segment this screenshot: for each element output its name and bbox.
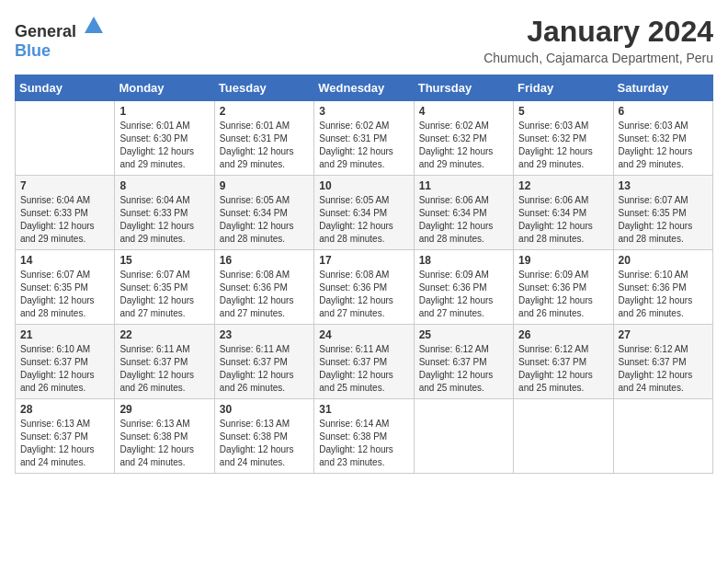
calendar-cell: 13Sunrise: 6:07 AMSunset: 6:35 PMDayligh… (613, 176, 712, 250)
calendar-cell: 9Sunrise: 6:05 AMSunset: 6:34 PMDaylight… (214, 176, 313, 250)
day-info: Sunrise: 6:01 AMSunset: 6:31 PMDaylight:… (220, 120, 309, 171)
calendar-cell: 31Sunrise: 6:14 AMSunset: 6:38 PMDayligh… (314, 399, 414, 474)
day-number: 9 (220, 179, 309, 192)
day-number: 27 (619, 328, 708, 341)
column-header-saturday: Saturday (613, 75, 712, 101)
calendar-cell: 6Sunrise: 6:03 AMSunset: 6:32 PMDaylight… (613, 101, 712, 176)
calendar-week-2: 7Sunrise: 6:04 AMSunset: 6:33 PMDaylight… (16, 176, 713, 250)
calendar-cell (16, 101, 115, 176)
day-number: 21 (20, 328, 109, 341)
day-number: 4 (419, 105, 508, 118)
calendar-cell: 15Sunrise: 6:07 AMSunset: 6:35 PMDayligh… (115, 250, 214, 325)
day-number: 16 (220, 254, 309, 267)
svg-marker-0 (85, 17, 103, 33)
day-info: Sunrise: 6:04 AMSunset: 6:33 PMDaylight:… (20, 194, 109, 246)
calendar-week-4: 21Sunrise: 6:10 AMSunset: 6:37 PMDayligh… (16, 325, 713, 399)
logo: General Blue (15, 15, 105, 61)
column-header-monday: Monday (115, 75, 214, 101)
day-info: Sunrise: 6:12 AMSunset: 6:37 PMDaylight:… (518, 343, 608, 395)
day-info: Sunrise: 6:03 AMSunset: 6:32 PMDaylight:… (619, 120, 708, 171)
day-info: Sunrise: 6:05 AMSunset: 6:34 PMDaylight:… (220, 194, 309, 246)
calendar-cell: 2Sunrise: 6:01 AMSunset: 6:31 PMDaylight… (214, 101, 313, 176)
calendar-cell: 28Sunrise: 6:13 AMSunset: 6:37 PMDayligh… (16, 399, 115, 474)
day-info: Sunrise: 6:13 AMSunset: 6:38 PMDaylight:… (220, 418, 309, 469)
calendar-cell: 29Sunrise: 6:13 AMSunset: 6:38 PMDayligh… (115, 399, 214, 474)
day-number: 31 (319, 403, 408, 416)
column-header-sunday: Sunday (16, 75, 115, 101)
calendar-cell: 10Sunrise: 6:05 AMSunset: 6:34 PMDayligh… (314, 176, 414, 250)
day-number: 5 (518, 105, 608, 118)
calendar-cell: 24Sunrise: 6:11 AMSunset: 6:37 PMDayligh… (314, 325, 414, 399)
calendar-cell: 16Sunrise: 6:08 AMSunset: 6:36 PMDayligh… (214, 250, 313, 325)
title-block: January 2024 Chumuch, Cajamarca Departme… (483, 15, 713, 65)
day-number: 8 (119, 179, 209, 192)
day-info: Sunrise: 6:13 AMSunset: 6:37 PMDaylight:… (20, 418, 109, 469)
day-number: 29 (119, 403, 209, 416)
calendar-header-row: SundayMondayTuesdayWednesdayThursdayFrid… (16, 75, 713, 101)
day-info: Sunrise: 6:08 AMSunset: 6:36 PMDaylight:… (220, 269, 309, 320)
day-number: 23 (220, 328, 309, 341)
calendar-cell (613, 399, 712, 474)
logo-text: General Blue (15, 15, 105, 61)
calendar-cell: 25Sunrise: 6:12 AMSunset: 6:37 PMDayligh… (414, 325, 513, 399)
logo-icon (83, 15, 105, 37)
day-number: 10 (319, 179, 408, 192)
calendar-cell: 12Sunrise: 6:06 AMSunset: 6:34 PMDayligh… (514, 176, 613, 250)
calendar-cell: 26Sunrise: 6:12 AMSunset: 6:37 PMDayligh… (514, 325, 613, 399)
day-info: Sunrise: 6:02 AMSunset: 6:32 PMDaylight:… (419, 120, 508, 171)
day-info: Sunrise: 6:05 AMSunset: 6:34 PMDaylight:… (319, 194, 408, 246)
calendar-week-5: 28Sunrise: 6:13 AMSunset: 6:37 PMDayligh… (16, 399, 713, 474)
day-info: Sunrise: 6:12 AMSunset: 6:37 PMDaylight:… (619, 343, 708, 395)
column-header-tuesday: Tuesday (214, 75, 313, 101)
day-info: Sunrise: 6:14 AMSunset: 6:38 PMDaylight:… (319, 418, 408, 469)
day-info: Sunrise: 6:07 AMSunset: 6:35 PMDaylight:… (119, 269, 209, 320)
day-number: 30 (220, 403, 309, 416)
day-info: Sunrise: 6:09 AMSunset: 6:36 PMDaylight:… (419, 269, 508, 320)
column-header-friday: Friday (514, 75, 613, 101)
day-number: 3 (319, 105, 408, 118)
calendar-cell: 8Sunrise: 6:04 AMSunset: 6:33 PMDaylight… (115, 176, 214, 250)
day-number: 24 (319, 328, 408, 341)
day-number: 12 (518, 179, 608, 192)
day-info: Sunrise: 6:10 AMSunset: 6:36 PMDaylight:… (619, 269, 708, 320)
day-number: 25 (419, 328, 508, 341)
day-number: 6 (619, 105, 708, 118)
day-info: Sunrise: 6:10 AMSunset: 6:37 PMDaylight:… (20, 343, 109, 395)
day-info: Sunrise: 6:07 AMSunset: 6:35 PMDaylight:… (619, 194, 708, 246)
day-info: Sunrise: 6:12 AMSunset: 6:37 PMDaylight:… (419, 343, 508, 395)
day-number: 14 (20, 254, 109, 267)
calendar-cell: 3Sunrise: 6:02 AMSunset: 6:31 PMDaylight… (314, 101, 414, 176)
day-number: 7 (20, 179, 109, 192)
day-number: 11 (419, 179, 508, 192)
day-info: Sunrise: 6:04 AMSunset: 6:33 PMDaylight:… (119, 194, 209, 246)
calendar-cell: 1Sunrise: 6:01 AMSunset: 6:30 PMDaylight… (115, 101, 214, 176)
calendar-cell: 21Sunrise: 6:10 AMSunset: 6:37 PMDayligh… (16, 325, 115, 399)
calendar-cell: 23Sunrise: 6:11 AMSunset: 6:37 PMDayligh… (214, 325, 313, 399)
day-number: 19 (518, 254, 608, 267)
day-info: Sunrise: 6:07 AMSunset: 6:35 PMDaylight:… (20, 269, 109, 320)
column-header-wednesday: Wednesday (314, 75, 414, 101)
day-info: Sunrise: 6:13 AMSunset: 6:38 PMDaylight:… (119, 418, 209, 469)
day-number: 18 (419, 254, 508, 267)
logo-blue: Blue (15, 41, 51, 60)
calendar-cell: 5Sunrise: 6:03 AMSunset: 6:32 PMDaylight… (514, 101, 613, 176)
calendar-cell (414, 399, 513, 474)
logo-general: General (15, 22, 76, 40)
day-info: Sunrise: 6:02 AMSunset: 6:31 PMDaylight:… (319, 120, 408, 171)
calendar-cell (514, 399, 613, 474)
calendar-cell: 17Sunrise: 6:08 AMSunset: 6:36 PMDayligh… (314, 250, 414, 325)
calendar-cell: 20Sunrise: 6:10 AMSunset: 6:36 PMDayligh… (613, 250, 712, 325)
location-subtitle: Chumuch, Cajamarca Department, Peru (483, 51, 713, 65)
day-info: Sunrise: 6:11 AMSunset: 6:37 PMDaylight:… (319, 343, 408, 395)
day-info: Sunrise: 6:06 AMSunset: 6:34 PMDaylight:… (419, 194, 508, 246)
calendar-week-1: 1Sunrise: 6:01 AMSunset: 6:30 PMDaylight… (16, 101, 713, 176)
calendar-cell: 11Sunrise: 6:06 AMSunset: 6:34 PMDayligh… (414, 176, 513, 250)
day-info: Sunrise: 6:03 AMSunset: 6:32 PMDaylight:… (518, 120, 608, 171)
calendar-cell: 14Sunrise: 6:07 AMSunset: 6:35 PMDayligh… (16, 250, 115, 325)
calendar-cell: 7Sunrise: 6:04 AMSunset: 6:33 PMDaylight… (16, 176, 115, 250)
day-info: Sunrise: 6:11 AMSunset: 6:37 PMDaylight:… (220, 343, 309, 395)
calendar-table: SundayMondayTuesdayWednesdayThursdayFrid… (15, 75, 713, 474)
calendar-cell: 18Sunrise: 6:09 AMSunset: 6:36 PMDayligh… (414, 250, 513, 325)
page-header: General Blue January 2024 Chumuch, Cajam… (15, 15, 713, 65)
day-number: 26 (518, 328, 608, 341)
